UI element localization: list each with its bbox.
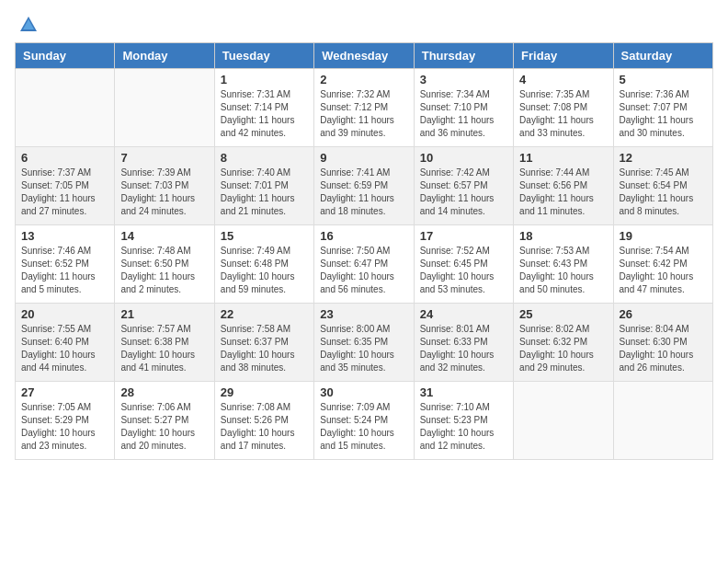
day-number: 10: [420, 151, 507, 165]
calendar-cell: 19Sunrise: 7:54 AM Sunset: 6:42 PM Dayli…: [613, 225, 712, 304]
calendar-cell: 14Sunrise: 7:48 AM Sunset: 6:50 PM Dayli…: [115, 225, 214, 304]
calendar-cell: 29Sunrise: 7:08 AM Sunset: 5:26 PM Dayli…: [214, 382, 313, 460]
day-info: Sunrise: 7:06 AM Sunset: 5:27 PM Dayligh…: [120, 401, 208, 453]
calendar-cell: 18Sunrise: 7:53 AM Sunset: 6:43 PM Dayli…: [514, 225, 613, 304]
day-number: 4: [519, 73, 607, 86]
day-info: Sunrise: 7:53 AM Sunset: 6:43 PM Dayligh…: [519, 245, 607, 296]
day-number: 24: [420, 307, 507, 321]
calendar-cell: 15Sunrise: 7:49 AM Sunset: 6:48 PM Dayli…: [214, 225, 313, 304]
day-number: 5: [620, 73, 707, 86]
calendar-week-row: 20Sunrise: 7:55 AM Sunset: 6:40 PM Dayli…: [16, 304, 713, 382]
calendar-cell: 26Sunrise: 8:04 AM Sunset: 6:30 PM Dayli…: [613, 304, 712, 382]
calendar-cell: 5Sunrise: 7:36 AM Sunset: 7:07 PM Daylig…: [613, 69, 712, 147]
day-info: Sunrise: 7:57 AM Sunset: 6:38 PM Dayligh…: [120, 323, 208, 374]
day-number: 16: [320, 229, 407, 243]
day-info: Sunrise: 7:39 AM Sunset: 7:03 PM Dayligh…: [120, 167, 208, 218]
day-number: 27: [21, 385, 108, 399]
logo-icon: [18, 15, 39, 35]
calendar-cell: 6Sunrise: 7:37 AM Sunset: 7:05 PM Daylig…: [16, 147, 115, 225]
logo: [15, 15, 39, 35]
calendar-cell: 23Sunrise: 8:00 AM Sunset: 6:35 PM Dayli…: [314, 304, 414, 382]
calendar-cell: 21Sunrise: 7:57 AM Sunset: 6:38 PM Dayli…: [115, 304, 214, 382]
calendar-cell: 8Sunrise: 7:40 AM Sunset: 7:01 PM Daylig…: [214, 147, 313, 225]
day-info: Sunrise: 7:42 AM Sunset: 6:57 PM Dayligh…: [420, 167, 507, 218]
day-number: 11: [519, 151, 607, 165]
day-info: Sunrise: 7:10 AM Sunset: 5:23 PM Dayligh…: [420, 401, 507, 453]
day-info: Sunrise: 7:55 AM Sunset: 6:40 PM Dayligh…: [21, 323, 108, 374]
day-info: Sunrise: 7:36 AM Sunset: 7:07 PM Dayligh…: [620, 88, 707, 140]
day-number: 3: [420, 73, 507, 86]
day-number: 18: [519, 229, 607, 243]
day-number: 30: [320, 385, 407, 399]
calendar-cell: 20Sunrise: 7:55 AM Sunset: 6:40 PM Dayli…: [16, 304, 115, 382]
calendar-cell: 28Sunrise: 7:06 AM Sunset: 5:27 PM Dayli…: [115, 382, 214, 460]
calendar-cell: 16Sunrise: 7:50 AM Sunset: 6:47 PM Dayli…: [314, 225, 414, 304]
day-info: Sunrise: 7:34 AM Sunset: 7:10 PM Dayligh…: [420, 88, 507, 140]
day-info: Sunrise: 7:41 AM Sunset: 6:59 PM Dayligh…: [320, 167, 407, 218]
calendar-cell: 31Sunrise: 7:10 AM Sunset: 5:23 PM Dayli…: [414, 382, 513, 460]
day-info: Sunrise: 8:04 AM Sunset: 6:30 PM Dayligh…: [620, 323, 707, 374]
calendar-cell: [16, 69, 115, 147]
day-info: Sunrise: 7:44 AM Sunset: 6:56 PM Dayligh…: [519, 167, 607, 218]
day-number: 31: [420, 385, 507, 399]
day-number: 12: [620, 151, 707, 165]
calendar-cell: 10Sunrise: 7:42 AM Sunset: 6:57 PM Dayli…: [414, 147, 513, 225]
day-header-wednesday: Wednesday: [314, 43, 414, 69]
day-info: Sunrise: 7:54 AM Sunset: 6:42 PM Dayligh…: [620, 245, 707, 296]
calendar-week-row: 6Sunrise: 7:37 AM Sunset: 7:05 PM Daylig…: [16, 147, 713, 225]
day-number: 29: [221, 385, 308, 399]
day-number: 13: [21, 229, 108, 243]
calendar-cell: 12Sunrise: 7:45 AM Sunset: 6:54 PM Dayli…: [613, 147, 712, 225]
calendar-cell: 24Sunrise: 8:01 AM Sunset: 6:33 PM Dayli…: [414, 304, 513, 382]
day-number: 6: [21, 151, 108, 165]
calendar-cell: 11Sunrise: 7:44 AM Sunset: 6:56 PM Dayli…: [514, 147, 613, 225]
day-number: 8: [221, 151, 308, 165]
day-number: 25: [519, 307, 607, 321]
calendar-cell: 1Sunrise: 7:31 AM Sunset: 7:14 PM Daylig…: [214, 69, 313, 147]
calendar-week-row: 1Sunrise: 7:31 AM Sunset: 7:14 PM Daylig…: [16, 69, 713, 147]
calendar-cell: 2Sunrise: 7:32 AM Sunset: 7:12 PM Daylig…: [314, 69, 414, 147]
day-info: Sunrise: 7:52 AM Sunset: 6:45 PM Dayligh…: [420, 245, 507, 296]
day-number: 26: [620, 307, 707, 321]
calendar-cell: 25Sunrise: 8:02 AM Sunset: 6:32 PM Dayli…: [514, 304, 613, 382]
calendar-cell: [115, 69, 214, 147]
day-info: Sunrise: 7:08 AM Sunset: 5:26 PM Dayligh…: [221, 401, 308, 453]
day-info: Sunrise: 7:50 AM Sunset: 6:47 PM Dayligh…: [320, 245, 407, 296]
day-info: Sunrise: 8:01 AM Sunset: 6:33 PM Dayligh…: [420, 323, 507, 374]
day-number: 22: [221, 307, 308, 321]
calendar-table: SundayMondayTuesdayWednesdayThursdayFrid…: [15, 42, 713, 460]
day-number: 15: [221, 229, 308, 243]
day-number: 2: [320, 73, 407, 86]
day-number: 23: [320, 307, 407, 321]
day-header-monday: Monday: [115, 43, 214, 69]
day-info: Sunrise: 8:02 AM Sunset: 6:32 PM Dayligh…: [519, 323, 607, 374]
day-number: 1: [221, 73, 308, 86]
day-info: Sunrise: 7:40 AM Sunset: 7:01 PM Dayligh…: [221, 167, 308, 218]
day-info: Sunrise: 7:58 AM Sunset: 6:37 PM Dayligh…: [221, 323, 308, 374]
day-number: 21: [120, 307, 208, 321]
day-info: Sunrise: 7:35 AM Sunset: 7:08 PM Dayligh…: [519, 88, 607, 140]
day-number: 20: [21, 307, 108, 321]
calendar-week-row: 27Sunrise: 7:05 AM Sunset: 5:29 PM Dayli…: [16, 382, 713, 460]
day-header-sunday: Sunday: [16, 43, 115, 69]
page-header: [15, 15, 713, 35]
calendar-cell: 27Sunrise: 7:05 AM Sunset: 5:29 PM Dayli…: [16, 382, 115, 460]
day-info: Sunrise: 8:00 AM Sunset: 6:35 PM Dayligh…: [320, 323, 407, 374]
day-header-thursday: Thursday: [414, 43, 513, 69]
day-header-saturday: Saturday: [613, 43, 712, 69]
day-number: 28: [120, 385, 208, 399]
day-header-friday: Friday: [514, 43, 613, 69]
day-info: Sunrise: 7:46 AM Sunset: 6:52 PM Dayligh…: [21, 245, 108, 296]
calendar-cell: 3Sunrise: 7:34 AM Sunset: 7:10 PM Daylig…: [414, 69, 513, 147]
day-info: Sunrise: 7:09 AM Sunset: 5:24 PM Dayligh…: [320, 401, 407, 453]
day-number: 7: [120, 151, 208, 165]
calendar-cell: 13Sunrise: 7:46 AM Sunset: 6:52 PM Dayli…: [16, 225, 115, 304]
calendar-cell: 17Sunrise: 7:52 AM Sunset: 6:45 PM Dayli…: [414, 225, 513, 304]
day-info: Sunrise: 7:49 AM Sunset: 6:48 PM Dayligh…: [221, 245, 308, 296]
calendar-cell: 7Sunrise: 7:39 AM Sunset: 7:03 PM Daylig…: [115, 147, 214, 225]
day-info: Sunrise: 7:32 AM Sunset: 7:12 PM Dayligh…: [320, 88, 407, 140]
calendar-cell: 22Sunrise: 7:58 AM Sunset: 6:37 PM Dayli…: [214, 304, 313, 382]
day-number: 9: [320, 151, 407, 165]
calendar-cell: 4Sunrise: 7:35 AM Sunset: 7:08 PM Daylig…: [514, 69, 613, 147]
calendar-cell: 9Sunrise: 7:41 AM Sunset: 6:59 PM Daylig…: [314, 147, 414, 225]
